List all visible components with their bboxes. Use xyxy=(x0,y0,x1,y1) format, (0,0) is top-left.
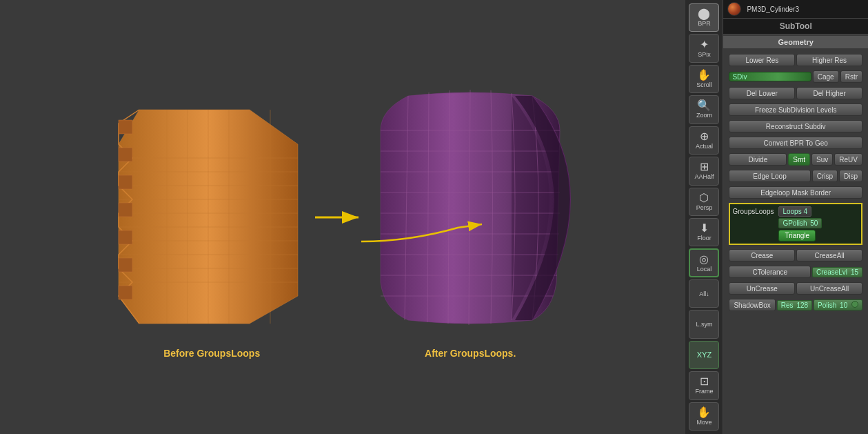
svg-rect-18 xyxy=(119,148,132,161)
svg-rect-23 xyxy=(119,286,132,299)
frame-icon: ⊡ xyxy=(700,376,709,387)
floor-button[interactable]: ⬇ Floor xyxy=(689,218,719,246)
panel-arrow xyxy=(354,221,492,262)
persp-label: Persp xyxy=(696,204,713,211)
floor-icon: ⬇ xyxy=(700,223,709,234)
divide-button[interactable]: Divide xyxy=(729,153,787,166)
crease-row: Crease CreaseAll xyxy=(729,249,862,262)
aahalf-label: AAHalf xyxy=(694,173,714,180)
del-row: Del Lower Del Higher xyxy=(729,87,862,99)
edgeloop-mask-border-button[interactable]: Edgeloop Mask Border xyxy=(729,186,862,199)
shadowbox-button[interactable]: ShadowBox xyxy=(729,299,775,311)
local-label: Local xyxy=(697,266,712,273)
polish-value: Polish 10 xyxy=(814,299,862,310)
bpr-label: BPR xyxy=(698,20,711,27)
spix-button[interactable]: ✦ SPix xyxy=(689,34,719,62)
spix-label: SPix xyxy=(698,51,711,58)
before-label: Before GroupsLoops xyxy=(163,348,260,359)
freeze-subdiv-button[interactable]: Freeze SubDivision Levels xyxy=(729,103,862,116)
crease-lvl-value: CreaseLvl 15 xyxy=(812,267,862,277)
all-sym-label: All↓ xyxy=(699,290,709,297)
local-icon: ◎ xyxy=(699,254,709,265)
after-model-wrapper: After GroupsLoops. xyxy=(367,75,574,359)
after-label: After GroupsLoops. xyxy=(425,348,516,359)
lsym-label: L.sym xyxy=(696,321,712,328)
geometry-header: Geometry xyxy=(723,36,868,48)
uncrease-all-button[interactable]: UnCreaseAll xyxy=(796,282,862,295)
main-layout: Before GroupsLoops xyxy=(0,0,868,434)
floor-label: Floor xyxy=(697,235,711,241)
ctolerance-button[interactable]: CTolerance xyxy=(729,266,811,278)
all-sym-button[interactable]: All↓ xyxy=(689,279,719,308)
triangle-button[interactable]: Triangle xyxy=(778,230,816,241)
sdiv-row: SDiv Cage Rstr xyxy=(729,70,862,83)
crease-button[interactable]: Crease xyxy=(729,249,795,262)
right-panel: ⬤ BPR ✦ SPix ✋ Scroll 🔍 Zoom ⊕ Actual ⊞ xyxy=(685,0,868,434)
sdiv-slider[interactable]: SDiv xyxy=(729,72,811,81)
svg-rect-20 xyxy=(119,203,132,217)
move-label: Move xyxy=(696,419,711,426)
panel-column: PM3D_Cylinder3 SubTool Geometry Lower Re… xyxy=(723,0,868,434)
svg-rect-21 xyxy=(119,230,132,244)
higher-res-button[interactable]: Higher Res xyxy=(796,54,862,66)
move-button[interactable]: ✋ Move xyxy=(689,402,719,431)
zoom-icon: 🔍 xyxy=(697,100,711,111)
lsym-button[interactable]: L.sym xyxy=(689,310,719,338)
actual-button[interactable]: ⊕ Actual xyxy=(689,126,719,155)
edgeloop-mask-row: Edgeloop Mask Border xyxy=(729,186,862,199)
zoom-button[interactable]: 🔍 Zoom xyxy=(689,95,719,124)
persp-button[interactable]: ⬡ Persp xyxy=(689,188,719,216)
polish-dot xyxy=(851,301,858,308)
edgeloop-row: Edge Loop Crisp Disp xyxy=(729,170,862,182)
cage-button[interactable]: Cage xyxy=(813,70,839,83)
ctolerance-row: CTolerance CreaseLvl 15 xyxy=(729,266,862,278)
canvas-area: Before GroupsLoops xyxy=(0,0,685,434)
frame-button[interactable]: ⊡ Frame xyxy=(689,371,719,400)
aahalf-icon: ⊞ xyxy=(700,161,709,172)
geometry-content: Lower Res Higher Res SDiv Cage Rstr Del … xyxy=(723,50,868,315)
del-higher-button[interactable]: Del Higher xyxy=(796,87,862,99)
before-model-wrapper: Before GroupsLoops xyxy=(112,75,312,359)
reuv-button[interactable]: ReUV xyxy=(834,153,862,166)
rstr-button[interactable]: Rstr xyxy=(840,70,862,83)
zoom-label: Zoom xyxy=(696,112,712,119)
after-model-svg xyxy=(367,75,574,331)
del-lower-button[interactable]: Del Lower xyxy=(729,87,795,99)
convert-bpr-row: Convert BPR To Geo xyxy=(729,137,862,149)
aahalf-button[interactable]: ⊞ AAHalf xyxy=(689,157,719,185)
groupsloops-label: GroupsLoops xyxy=(732,208,777,215)
reconstruct-subdiv-button[interactable]: Reconstruct Subdiv xyxy=(729,120,862,132)
smt-button[interactable]: Smt xyxy=(788,153,810,166)
xyz-button[interactable]: XYZ xyxy=(689,341,719,369)
bpr-button[interactable]: ⬤ BPR xyxy=(689,3,719,32)
bpr-icon: ⬤ xyxy=(698,8,710,19)
subtool-name: PM3D_Cylinder3 xyxy=(747,6,799,13)
scroll-icon: ✋ xyxy=(697,70,711,81)
uncrease-row: UnCrease UnCreaseAll xyxy=(729,282,862,295)
crisp-button[interactable]: Crisp xyxy=(812,170,838,182)
gpolish-value: GPolish 50 xyxy=(778,218,822,228)
disp-button[interactable]: Disp xyxy=(839,170,862,182)
uncrease-button[interactable]: UnCrease xyxy=(729,282,795,295)
spix-icon: ✦ xyxy=(700,39,709,50)
scroll-label: Scroll xyxy=(696,81,712,88)
groupsloops-box: GroupsLoops Loops 4 GPolish 50 xyxy=(729,203,862,245)
scroll-button[interactable]: ✋ Scroll xyxy=(689,65,719,93)
edge-loop-button[interactable]: Edge Loop xyxy=(729,170,810,182)
local-button[interactable]: ◎ Local xyxy=(689,248,719,277)
lower-res-button[interactable]: Lower Res xyxy=(729,54,795,66)
divide-row: Divide Smt Suv ReUV xyxy=(729,153,862,166)
suv-button[interactable]: Suv xyxy=(811,153,833,166)
crease-all-button[interactable]: CreaseAll xyxy=(796,249,862,262)
actual-label: Actual xyxy=(696,143,713,150)
toolbar-column: ⬤ BPR ✦ SPix ✋ Scroll 🔍 Zoom ⊕ Actual ⊞ xyxy=(685,0,723,434)
res-value: Res 128 xyxy=(777,300,812,310)
shadowbox-row: ShadowBox Res 128 Polish 10 xyxy=(729,299,862,311)
subtool-header-row: PM3D_Cylinder3 xyxy=(723,0,868,19)
svg-rect-22 xyxy=(119,258,132,272)
reconstruct-row: Reconstruct Subdiv xyxy=(729,120,862,132)
groupsloops-row2: GPolish 50 xyxy=(732,218,859,228)
res-row: Lower Res Higher Res xyxy=(729,54,862,66)
convert-bpr-button[interactable]: Convert BPR To Geo xyxy=(729,137,862,149)
groupsloops-row1: GroupsLoops Loops 4 xyxy=(732,206,859,217)
